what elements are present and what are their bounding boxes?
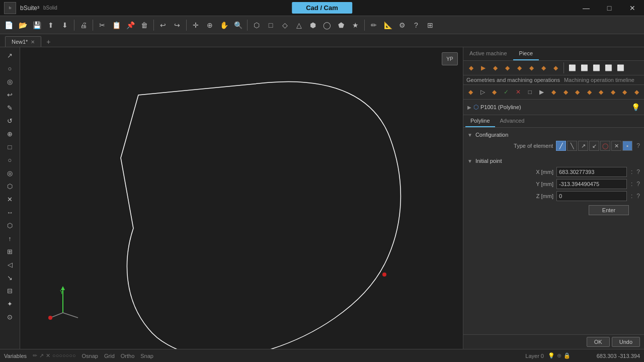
tree-item-p1001[interactable]: ▶ ⬡ P1001 (Polyline) 💡 bbox=[465, 102, 642, 113]
lt-edit[interactable]: ✎ bbox=[3, 102, 18, 114]
machining-timeline-tab[interactable]: Machining operation timeline bbox=[564, 77, 634, 83]
geom-icon-6[interactable]: ◆ bbox=[584, 86, 595, 98]
toolbar-view-iso1[interactable]: △ bbox=[292, 19, 305, 32]
tree-bulb-icon[interactable]: 💡 bbox=[631, 103, 640, 111]
configuration-header[interactable]: ▼ Configuration bbox=[467, 132, 640, 138]
toolbar-import[interactable]: ⬇ bbox=[58, 19, 71, 32]
toolbar-copy[interactable]: 📋 bbox=[110, 19, 123, 32]
toolbar-snap[interactable]: ⊕ bbox=[203, 19, 216, 32]
x-help-icon[interactable]: ? bbox=[636, 168, 640, 175]
geom-icon-2[interactable]: ◆ bbox=[489, 86, 500, 98]
tab-piece[interactable]: Piece bbox=[513, 47, 539, 60]
toolbar-save[interactable]: 💾 bbox=[30, 19, 43, 32]
toolbar-view-iso4[interactable]: ⬟ bbox=[335, 19, 348, 32]
lt-minus[interactable]: ⊟ bbox=[3, 285, 18, 297]
toolbar-settings[interactable]: ⚙ bbox=[395, 19, 409, 32]
geom-icon-play2[interactable]: ▶ bbox=[536, 86, 547, 98]
lt-undo[interactable]: ↩ bbox=[3, 88, 18, 101]
toolbar-export[interactable]: ⬆ bbox=[44, 19, 57, 32]
toolbar-cut[interactable]: ✂ bbox=[96, 19, 109, 32]
panel-icon-shape1[interactable]: ◆ bbox=[502, 62, 513, 73]
type-help-icon[interactable]: ? bbox=[636, 142, 640, 149]
type-icon-arc2[interactable]: ↗ bbox=[578, 141, 588, 151]
type-icon-arc3[interactable]: ↙ bbox=[589, 141, 599, 151]
panel-icon-gem[interactable]: ◆ bbox=[465, 62, 476, 73]
panel-icon-shape4[interactable]: ◆ bbox=[538, 62, 549, 73]
grid-label[interactable]: Grid bbox=[104, 353, 115, 359]
lt-star[interactable]: ✦ bbox=[3, 298, 18, 310]
tab-active-machine[interactable]: Active machine bbox=[463, 47, 513, 60]
geom-icon-box[interactable]: □ bbox=[525, 86, 536, 98]
toolbar-view-iso2[interactable]: ⬢ bbox=[306, 19, 319, 32]
geom-icon-9[interactable]: ◆ bbox=[619, 86, 630, 98]
x-input[interactable] bbox=[556, 167, 627, 177]
osnap-label[interactable]: Osnap bbox=[82, 353, 98, 359]
lt-up[interactable]: ↑ bbox=[3, 232, 18, 244]
toolbar-draw[interactable]: ✏ bbox=[367, 19, 380, 32]
geom-icon-10[interactable]: ◆ bbox=[631, 86, 642, 98]
toolbar-view-iso3[interactable]: ◯ bbox=[320, 19, 334, 32]
geom-icon-cross[interactable]: ✕ bbox=[513, 86, 524, 98]
type-icon-spline[interactable]: ✕ bbox=[611, 141, 621, 151]
panel-icon-d[interactable]: ⬜ bbox=[603, 62, 614, 73]
lt-down-right[interactable]: ↘ bbox=[3, 272, 18, 284]
lt-add[interactable]: ⊕ bbox=[3, 128, 18, 140]
toolbar-view-side[interactable]: ◇ bbox=[278, 19, 291, 32]
undo-button[interactable]: Undo bbox=[612, 337, 640, 347]
geom-icon-7[interactable]: ◆ bbox=[596, 86, 607, 98]
tab-close-icon[interactable]: ✕ bbox=[31, 39, 35, 45]
toolbar-hand[interactable]: ✋ bbox=[217, 19, 230, 32]
ok-button[interactable]: OK bbox=[587, 337, 610, 347]
y-input[interactable] bbox=[556, 179, 627, 189]
toolbar-redo[interactable]: ↪ bbox=[171, 19, 184, 32]
panel-icon-b[interactable]: ⬜ bbox=[579, 62, 590, 73]
lt-move[interactable]: ↔ bbox=[3, 206, 18, 218]
lt-grid[interactable]: ⊞ bbox=[3, 245, 18, 257]
lt-circle3[interactable]: ◎ bbox=[3, 167, 18, 179]
lt-dot[interactable]: ⊙ bbox=[3, 311, 18, 323]
toolbar-view-top[interactable]: □ bbox=[264, 19, 277, 32]
z-input[interactable] bbox=[556, 191, 627, 201]
geom-icon-5[interactable]: ◆ bbox=[572, 86, 583, 98]
panel-icon-play[interactable]: ▶ bbox=[477, 62, 489, 73]
toolbar-zoom[interactable]: 🔍 bbox=[231, 19, 245, 32]
maximize-button[interactable]: □ bbox=[598, 0, 621, 16]
toolbar-panels[interactable]: ⊞ bbox=[424, 19, 437, 32]
panel-icon-shape5[interactable]: ◆ bbox=[550, 62, 561, 73]
panel-icon-c[interactable]: ⬜ bbox=[591, 62, 602, 73]
lt-polygon[interactable]: ⬡ bbox=[3, 180, 18, 192]
initial-point-header[interactable]: ▼ Initial point bbox=[467, 158, 640, 164]
toolbar-print[interactable]: 🖨 bbox=[77, 19, 90, 32]
lt-rotate[interactable]: ↺ bbox=[3, 115, 18, 127]
lt-rect[interactable]: □ bbox=[3, 141, 18, 153]
y-help-icon[interactable]: ? bbox=[636, 180, 640, 188]
section-tab-polyline[interactable]: Polyline bbox=[465, 115, 495, 127]
minimize-button[interactable]: — bbox=[575, 0, 598, 16]
panel-icon-e[interactable]: ⬜ bbox=[615, 62, 626, 73]
geom-icon-arrow[interactable]: ▷ bbox=[477, 86, 489, 98]
lt-back[interactable]: ◁ bbox=[3, 258, 18, 270]
panel-icon-diamond[interactable]: ◆ bbox=[490, 62, 501, 73]
lt-select[interactable]: ↗ bbox=[3, 49, 18, 61]
cad-cam-button[interactable]: Cad / Cam bbox=[292, 2, 352, 14]
close-button[interactable]: ✕ bbox=[621, 0, 644, 16]
type-icon-arc1[interactable]: ╲ bbox=[567, 141, 577, 151]
toolbar-delete[interactable]: 🗑 bbox=[138, 19, 151, 32]
lt-circle2[interactable]: ○ bbox=[3, 154, 18, 166]
section-tab-advanced[interactable]: Advanced bbox=[495, 115, 530, 127]
toolbar-measure[interactable]: 📐 bbox=[381, 19, 394, 32]
geom-icon-8[interactable]: ◆ bbox=[607, 86, 618, 98]
toolbar-new[interactable]: 📄 bbox=[2, 19, 15, 32]
panel-icon-shape2[interactable]: ◆ bbox=[514, 62, 525, 73]
toolbar-paste[interactable]: 📌 bbox=[124, 19, 137, 32]
lt-circle1[interactable]: ○ bbox=[3, 62, 18, 74]
lt-target[interactable]: ◎ bbox=[3, 75, 18, 87]
ortho-label[interactable]: Ortho bbox=[121, 353, 135, 359]
type-icon-extra[interactable]: ▪ bbox=[622, 141, 632, 151]
toolbar-undo[interactable]: ↩ bbox=[156, 19, 170, 32]
toolbar-help[interactable]: ? bbox=[410, 19, 423, 32]
tab-new1[interactable]: New1* ✕ bbox=[5, 36, 41, 47]
tab-add-button[interactable]: + bbox=[43, 37, 53, 47]
geom-icon-1[interactable]: ◆ bbox=[465, 86, 476, 98]
snap-label[interactable]: Snap bbox=[140, 353, 153, 359]
